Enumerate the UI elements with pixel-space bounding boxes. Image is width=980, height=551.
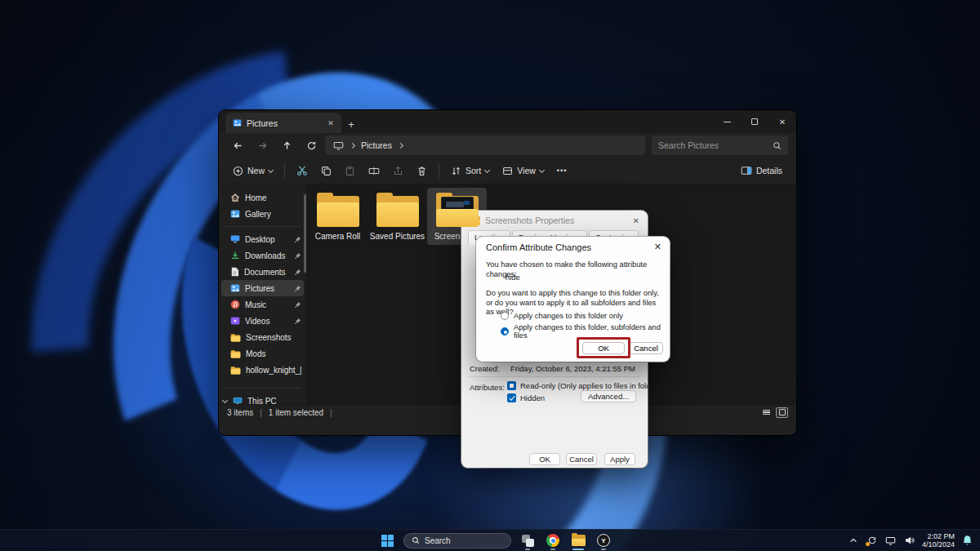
advanced-button[interactable]: Advanced... (581, 390, 636, 402)
properties-close-button[interactable]: ✕ (633, 216, 639, 225)
delete-button[interactable] (411, 160, 433, 181)
details-view-toggle[interactable] (760, 407, 773, 418)
sidebar-item-hollow-knight[interactable]: hollow_knight_[ (221, 362, 304, 378)
radio-selected-icon (501, 327, 509, 335)
back-icon (233, 140, 243, 151)
taskbar-file-explorer[interactable] (569, 531, 587, 551)
properties-cancel-button[interactable]: Cancel (566, 453, 597, 465)
attributes-label: Attributes: (470, 383, 505, 392)
properties-ok-button[interactable]: OK (529, 453, 560, 465)
confirm-cancel-button[interactable]: Cancel (629, 342, 663, 354)
tab-close-button[interactable]: ✕ (325, 118, 336, 129)
details-label: Details (756, 166, 782, 176)
taskbar-game-app[interactable]: Y (595, 531, 612, 551)
refresh-button[interactable] (301, 136, 322, 155)
taskbar-app-window[interactable] (519, 531, 537, 551)
network-icon[interactable] (884, 534, 898, 547)
radio-folder-only-label: Apply changes to this folder only (514, 312, 623, 320)
new-button[interactable]: New (227, 160, 278, 181)
command-bar: New Sort V (219, 158, 796, 184)
new-tab-button[interactable]: + (341, 115, 361, 133)
folder-icon (230, 366, 241, 375)
tray-chevron-up-icon[interactable] (847, 534, 860, 547)
confirm-dialog-title: Confirm Attribute Changes (486, 242, 591, 252)
forward-icon (257, 140, 268, 151)
chrome-icon (546, 534, 559, 547)
file-tile-saved-pictures[interactable]: Saved Pictures (368, 188, 427, 245)
breadcrumb[interactable]: Pictures (325, 136, 645, 155)
search-box[interactable] (652, 136, 788, 155)
sidebar-item-home[interactable]: Home (221, 189, 304, 206)
start-button[interactable] (378, 531, 396, 551)
properties-divider (469, 376, 640, 377)
view-button[interactable]: View (497, 160, 550, 181)
sidebar-item-mods[interactable]: Mods (221, 345, 304, 362)
up-button[interactable] (276, 136, 297, 155)
sidebar-item-music[interactable]: Music (221, 296, 304, 313)
rename-button[interactable] (363, 160, 385, 181)
readonly-checkbox[interactable] (507, 381, 516, 390)
app-squares-icon (522, 535, 534, 547)
folder-icon (230, 349, 241, 358)
up-icon (282, 140, 292, 151)
pin-icon (294, 236, 301, 243)
sidebar-item-videos[interactable]: Videos (221, 313, 304, 329)
search-icon (412, 536, 420, 544)
windows-logo-icon (381, 535, 394, 547)
sidebar-item-screenshots[interactable]: Screenshots (221, 329, 304, 345)
file-name: Camera Roll (315, 232, 361, 241)
breadcrumb-chevron-icon (398, 142, 403, 148)
taskbar-clock[interactable]: 2:02 PM 4/10/2024 (922, 532, 955, 549)
maximize-button[interactable] (741, 110, 768, 133)
downloads-icon (230, 251, 240, 260)
confirm-close-button[interactable]: ✕ (654, 242, 662, 252)
pin-icon (294, 269, 301, 276)
tab-pictures[interactable]: Pictures ✕ (225, 113, 341, 133)
window-controls: ✕ (713, 110, 796, 133)
confirm-ok-button[interactable]: OK (582, 342, 625, 354)
radio-folder-only[interactable]: Apply changes to this folder only (501, 312, 623, 320)
sort-button[interactable]: Sort (445, 160, 495, 181)
forward-button[interactable] (252, 136, 273, 155)
sidebar-item-desktop[interactable]: Desktop (221, 231, 304, 247)
sidebar-item-pictures[interactable]: Pictures (221, 280, 304, 296)
minimize-button[interactable] (713, 110, 741, 133)
sidebar-item-label: Screenshots (246, 333, 301, 342)
system-tray: 2:02 PM 4/10/2024 (847, 530, 973, 551)
taskbar-search[interactable]: Search (403, 533, 511, 549)
sidebar-item-documents[interactable]: Documents (221, 264, 304, 280)
sidebar-divider (225, 226, 301, 227)
more-options-button[interactable]: ••• (551, 160, 572, 181)
view-label: View (517, 166, 536, 176)
status-divider: | (260, 408, 262, 417)
file-tile-camera-roll[interactable]: Camera Roll (308, 188, 368, 245)
sort-label: Sort (466, 166, 481, 176)
paste-button[interactable] (339, 160, 361, 181)
properties-apply-button[interactable]: Apply (604, 453, 635, 465)
taskbar-chrome[interactable] (544, 531, 562, 551)
rename-icon (368, 166, 380, 176)
cut-button[interactable] (291, 160, 314, 181)
volume-icon[interactable] (903, 534, 916, 547)
copy-button[interactable] (315, 160, 337, 181)
pin-icon (294, 318, 301, 325)
sidebar-item-downloads[interactable]: Downloads (221, 247, 304, 264)
sidebar-scrollbar[interactable] (304, 194, 306, 273)
notification-bell-icon[interactable] (960, 534, 973, 547)
close-button[interactable]: ✕ (768, 110, 796, 133)
radio-recursive[interactable]: Apply changes to this folder, subfolders… (501, 323, 670, 340)
search-input[interactable] (658, 140, 773, 150)
back-button[interactable] (227, 136, 248, 155)
share-button[interactable] (387, 160, 409, 181)
hidden-checkbox[interactable] (507, 393, 516, 402)
update-status-icon[interactable] (866, 534, 879, 547)
taskbar: Search Y (0, 529, 980, 551)
share-icon (393, 166, 403, 176)
sidebar-item-label: Home (245, 193, 301, 202)
large-icons-view-toggle[interactable] (776, 407, 788, 418)
hidden-label: Hidden (520, 393, 545, 402)
sidebar-item-gallery[interactable]: Gallery (221, 206, 304, 222)
breadcrumb-location[interactable]: Pictures (361, 140, 392, 150)
toolbar-divider (439, 163, 439, 178)
details-pane-button[interactable]: Details (735, 160, 788, 181)
